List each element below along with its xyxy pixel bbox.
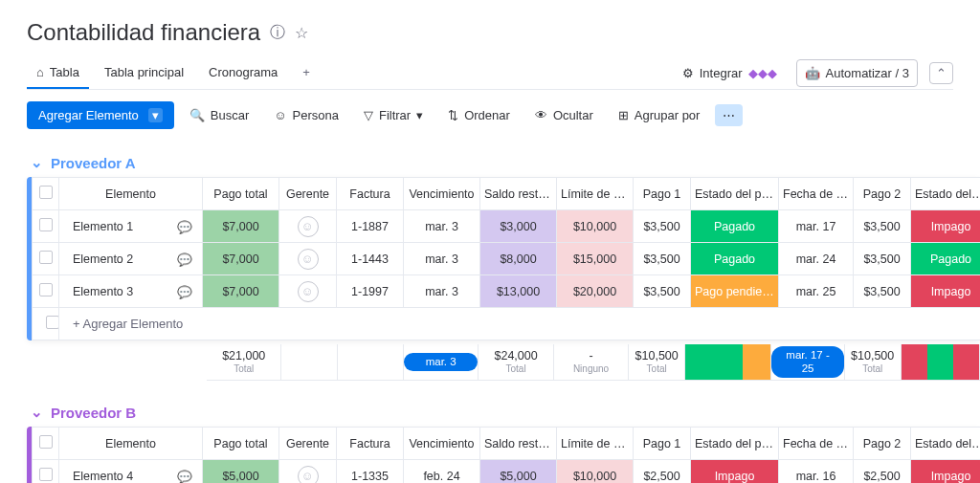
cell-pago1[interactable]: $3,500 xyxy=(634,275,691,308)
tab-cronograma[interactable]: Cronograma xyxy=(199,57,287,89)
col-header[interactable]: Límite de cr... xyxy=(557,178,634,210)
tab-tabla[interactable]: ⌂Tabla xyxy=(27,57,89,89)
cell-pago2[interactable]: $3,500 xyxy=(854,243,911,275)
table-row[interactable]: Elemento 3💬 $7,000 ☺ 1-1997 mar. 3 $13,0… xyxy=(33,275,981,308)
row-checkbox[interactable] xyxy=(33,275,59,308)
col-header[interactable]: Fecha de pago xyxy=(779,178,854,210)
cell-element[interactable]: Elemento 1💬 xyxy=(59,210,203,243)
col-header[interactable]: Pago total xyxy=(203,428,279,460)
cell-estado1[interactable]: Pago pendiente xyxy=(691,275,779,308)
bubble-icon[interactable]: 💬 xyxy=(177,252,192,267)
col-header[interactable]: Estado del pag xyxy=(911,428,981,460)
cell-vencimiento[interactable]: feb. 24 xyxy=(404,460,480,484)
cell-manager[interactable]: ☺ xyxy=(279,275,337,308)
cell-estado2[interactable]: Impago xyxy=(911,460,981,484)
star-icon[interactable]: ☆ xyxy=(295,24,308,42)
cell-pay-total[interactable]: $7,000 xyxy=(203,275,279,308)
cell-estado1[interactable]: Impago xyxy=(691,460,779,484)
bubble-icon[interactable]: 💬 xyxy=(177,220,192,234)
table-row[interactable]: Elemento 1💬 $7,000 ☺ 1-1887 mar. 3 $3,00… xyxy=(33,210,981,243)
cell-vencimiento[interactable]: mar. 3 xyxy=(404,210,480,243)
cell-pay-total[interactable]: $5,000 xyxy=(203,460,279,484)
cell-estado2[interactable]: Pagado xyxy=(911,243,981,275)
cell-element[interactable]: Elemento 3💬 xyxy=(59,275,203,308)
col-header[interactable]: Saldo restante xyxy=(480,428,557,460)
col-header[interactable]: Límite de cr... xyxy=(557,428,634,460)
cell-pago1[interactable]: $3,500 xyxy=(634,243,691,275)
cell-estado1[interactable]: Pagado xyxy=(691,210,779,243)
search-button[interactable]: 🔍Buscar xyxy=(180,102,258,128)
person-button[interactable]: ☺Persona xyxy=(264,102,348,128)
col-header[interactable]: Pago total xyxy=(203,178,279,210)
col-header[interactable]: Estado del pag xyxy=(911,178,981,210)
cell-factura[interactable]: 1-1887 xyxy=(337,210,404,243)
sort-button[interactable]: ⇅Ordenar xyxy=(438,102,520,128)
info-icon[interactable]: ⓘ xyxy=(270,23,285,43)
cell-saldo[interactable]: $8,000 xyxy=(480,243,557,275)
cell-saldo[interactable]: $3,000 xyxy=(480,210,557,243)
col-header[interactable]: Elemento xyxy=(59,178,203,210)
col-header[interactable]: Factura xyxy=(337,178,404,210)
col-header[interactable]: Vencimiento xyxy=(404,178,480,210)
expand-icon[interactable]: ⌃ xyxy=(929,62,953,84)
cell-element[interactable]: Elemento 4💬 xyxy=(59,460,203,484)
add-element-button[interactable]: Agregar Elemento▾ xyxy=(27,101,174,129)
col-header[interactable]: Pago 1 xyxy=(634,428,691,460)
cell-pay-total[interactable]: $7,000 xyxy=(203,243,279,275)
cell-limite[interactable]: $10,000 xyxy=(557,210,634,243)
col-header[interactable] xyxy=(33,178,59,210)
cell-fecha-pago[interactable]: mar. 17 xyxy=(779,210,854,243)
add-tab-button[interactable]: + xyxy=(293,57,320,89)
cell-element[interactable]: Elemento 2💬 xyxy=(59,243,203,275)
cell-limite[interactable]: $15,000 xyxy=(557,243,634,275)
col-header[interactable]: Gerente xyxy=(279,428,337,460)
col-header[interactable]: Pago 1 xyxy=(634,178,691,210)
cell-manager[interactable]: ☺ xyxy=(279,460,337,484)
table-row[interactable]: Elemento 4💬 $5,000 ☺ 1-1335 feb. 24 $5,0… xyxy=(33,460,981,484)
cell-pago2[interactable]: $2,500 xyxy=(854,460,911,484)
hide-button[interactable]: 👁Ocultar xyxy=(525,102,603,128)
bubble-icon[interactable]: 💬 xyxy=(177,470,192,484)
cell-factura[interactable]: 1-1443 xyxy=(337,243,404,275)
col-header[interactable]: Gerente xyxy=(279,178,337,210)
table-row[interactable]: Elemento 2💬 $7,000 ☺ 1-1443 mar. 3 $8,00… xyxy=(33,243,981,275)
row-checkbox[interactable] xyxy=(33,210,59,243)
more-button[interactable]: ⋯ xyxy=(715,104,743,126)
col-header[interactable] xyxy=(33,428,59,460)
col-header[interactable]: Elemento xyxy=(59,428,203,460)
col-header[interactable]: Pago 2 xyxy=(854,178,911,210)
col-header[interactable]: Pago 2 xyxy=(854,428,911,460)
col-header[interactable]: Saldo restante xyxy=(480,178,557,210)
automate-button[interactable]: 🤖Automatizar / 3 xyxy=(796,59,918,87)
cell-estado1[interactable]: Pagado xyxy=(691,243,779,275)
cell-estado2[interactable]: Impago xyxy=(911,275,981,308)
col-header[interactable]: Fecha de pago xyxy=(779,428,854,460)
cell-limite[interactable]: $20,000 xyxy=(557,275,634,308)
cell-saldo[interactable]: $13,000 xyxy=(480,275,557,308)
cell-pay-total[interactable]: $7,000 xyxy=(203,210,279,243)
col-header[interactable]: Vencimiento xyxy=(404,428,480,460)
row-checkbox[interactable] xyxy=(33,243,59,275)
cell-factura[interactable]: 1-1335 xyxy=(337,460,404,484)
col-header[interactable]: Estado del pa... xyxy=(691,178,779,210)
row-checkbox[interactable] xyxy=(33,460,59,484)
group-header[interactable]: ⌄Proveedor B xyxy=(27,398,980,427)
group-button[interactable]: ⊞Agrupar por xyxy=(609,102,710,128)
cell-vencimiento[interactable]: mar. 3 xyxy=(404,275,480,308)
cell-pago1[interactable]: $2,500 xyxy=(634,460,691,484)
add-element-row[interactable]: + Agregar Elemento xyxy=(33,308,981,340)
col-header[interactable]: Estado del pa... xyxy=(691,428,779,460)
cell-saldo[interactable]: $5,000 xyxy=(480,460,557,484)
cell-manager[interactable]: ☺ xyxy=(279,243,337,275)
integrate-button[interactable]: ⚙Integrar◆◆◆ xyxy=(675,60,785,86)
cell-fecha-pago[interactable]: mar. 24 xyxy=(779,243,854,275)
group-header[interactable]: ⌄Proveedor A xyxy=(27,148,980,177)
tab-principal[interactable]: Tabla principal xyxy=(95,57,193,89)
cell-pago2[interactable]: $3,500 xyxy=(854,275,911,308)
cell-manager[interactable]: ☺ xyxy=(279,210,337,243)
cell-fecha-pago[interactable]: mar. 16 xyxy=(779,460,854,484)
col-header[interactable]: Factura xyxy=(337,428,404,460)
cell-pago2[interactable]: $3,500 xyxy=(854,210,911,243)
cell-fecha-pago[interactable]: mar. 25 xyxy=(779,275,854,308)
cell-vencimiento[interactable]: mar. 3 xyxy=(404,243,480,275)
